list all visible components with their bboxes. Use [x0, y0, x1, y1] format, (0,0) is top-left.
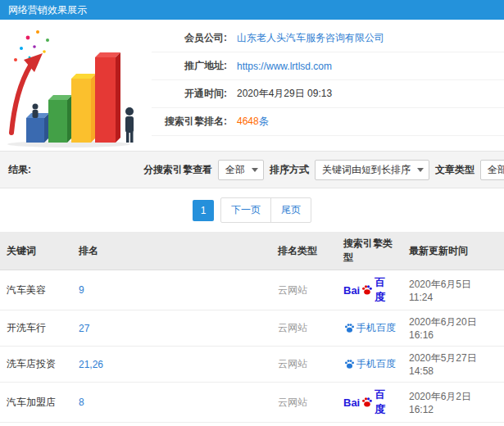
table-row: 汽车美容 9 云网站 Bai 百度 — [0, 270, 504, 310]
engine-filter-value: 全部 — [225, 163, 245, 177]
type-filter-label: 文章类型 — [435, 163, 474, 177]
next-page-link[interactable]: 下一页 — [221, 198, 270, 222]
column-header-keyword: 关键词 — [0, 232, 72, 270]
update-time-cell: 2020年6月20日 16:16 — [402, 310, 504, 347]
mobile-baidu-paw-icon — [344, 323, 355, 333]
rank-type-cell: 云网站 — [271, 383, 337, 423]
keyword-cell: 开洗车行 — [0, 310, 72, 347]
keyword-text: 洗车店投资 — [7, 358, 56, 369]
rank-link[interactable]: 8 — [79, 397, 84, 408]
update-time-text: 2020年6月20日 16:16 — [409, 316, 477, 341]
company-link[interactable]: 山东老人头汽车服务咨询有限公司 — [237, 32, 384, 43]
results-label: 结果: — [0, 163, 143, 177]
page-current[interactable]: 1 — [193, 200, 214, 221]
url-field-label: 推广地址: — [152, 59, 227, 73]
rank-link[interactable]: 21,26 — [79, 359, 103, 370]
keyword-cell: 洗车店投资 — [0, 347, 72, 383]
promotion-url-link[interactable]: https://www.lrtlsd.com — [237, 61, 332, 72]
keyword-text: 开洗车行 — [7, 322, 46, 333]
engine-filter-select[interactable]: 全部 — [218, 160, 264, 180]
keyword-cell: 汽车加盟店 — [0, 383, 72, 423]
sort-filter-value: 关键词由短到长排序 — [322, 163, 411, 177]
chevron-down-icon — [252, 168, 258, 172]
engine-cell: Bai 百度 手机百度 — [337, 270, 402, 310]
chevron-down-icon — [417, 168, 424, 172]
url-field-row: 推广地址: https://www.lrtlsd.com — [152, 52, 504, 80]
column-header-rank: 排名 — [72, 232, 271, 270]
rank-cell: 9 — [72, 270, 271, 310]
rank-type-text: 云网站 — [278, 284, 307, 296]
table-row: 洗车店投资 21,26 云网站 Bai 百度 — [0, 347, 504, 383]
update-time-text: 2020年6月2日 16:12 — [409, 391, 471, 415]
update-time-cell: 2020年6月2日 16:12 — [402, 383, 504, 423]
rank-type-text: 云网站 — [278, 397, 307, 408]
open-time-field-row: 开通时间: 2020年4月29日 09:13 — [152, 80, 504, 108]
type-filter-select[interactable]: 全部 — [480, 160, 504, 180]
column-header-engine-type: 搜索引擎类型 — [337, 232, 402, 270]
keyword-cell: 加盟洗车店 — [0, 423, 72, 426]
keyword-cell: 汽车美容 — [0, 270, 72, 310]
update-time-cell: 2020年5月27日 14:58 — [402, 347, 504, 383]
keyword-text: 汽车美容 — [7, 284, 46, 296]
baidu-paw-icon — [361, 397, 373, 408]
engine-cell: Bai 百度 手机百度 — [337, 423, 402, 426]
ranking-count-suffix: 条 — [259, 116, 269, 127]
column-header-update-time: 最新更新时间 — [402, 232, 504, 270]
rank-type-cell: 云网站 — [271, 270, 337, 310]
rank-type-cell: 云网站 — [271, 347, 337, 383]
update-time-text: 2020年5月27日 14:58 — [409, 352, 477, 377]
ranking-count: 4648 — [237, 116, 259, 127]
engine-cell: Bai 百度 手机百度 — [337, 347, 402, 383]
mobile-baidu-paw-icon — [344, 359, 355, 369]
engine-filter-label: 分搜索引擎查看 — [143, 163, 212, 177]
type-filter-value: 全部 — [488, 163, 504, 177]
rank-type-text: 云网站 — [278, 358, 307, 369]
engine-rank-field-row: 搜索引擎排名: 4648条 — [152, 108, 504, 136]
update-time-cell: 2020年6月20日 16:11 — [402, 423, 504, 426]
table-header-row: 关键词 排名 排名类型 搜索引擎类型 最新更新时间 — [0, 232, 504, 270]
results-table: 关键词 排名 排名类型 搜索引擎类型 最新更新时间 汽车美容 9 云网站 Bai… — [0, 232, 504, 426]
table-row: 开洗车行 27 云网站 Bai 百度 — [0, 310, 504, 347]
baidu-logo: Bai 百度 — [343, 387, 396, 417]
rank-cell: 8 — [72, 383, 271, 423]
filter-bar: 结果: 分搜索引擎查看 全部 排序方式 关键词由短到长排序 文章类型 全部 提交 — [0, 151, 504, 188]
rank-cell: 27 — [72, 310, 271, 347]
sort-filter-label: 排序方式 — [270, 163, 309, 177]
company-field-row: 会员公司: 山东老人头汽车服务咨询有限公司 — [152, 25, 504, 52]
rank-cell: 25,28,28 — [72, 423, 271, 426]
company-info-panel: 会员公司: 山东老人头汽车服务咨询有限公司 推广地址: https://www.… — [0, 20, 504, 151]
rank-link[interactable]: 9 — [79, 284, 84, 296]
header-bar: 网络营销效果展示 — [0, 0, 504, 20]
update-time-text: 2020年6月5日 11:24 — [409, 279, 471, 303]
column-header-rank-type: 排名类型 — [271, 232, 337, 270]
mobile-baidu-logo: 手机百度 — [343, 321, 396, 335]
open-time-value: 2020年4月29日 09:13 — [237, 87, 332, 101]
baidu-logo: Bai 百度 — [343, 275, 396, 305]
mobile-baidu-logo: 手机百度 — [343, 357, 396, 371]
pagination: 1 下一页 尾页 — [0, 197, 504, 223]
sort-filter-select[interactable]: 关键词由短到长排序 — [315, 160, 429, 180]
rank-cell: 21,26 — [72, 347, 271, 383]
rank-type-cell: 云网站 — [271, 310, 337, 347]
open-time-field-label: 开通时间: — [152, 87, 227, 101]
page-title: 网络营销效果展示 — [8, 4, 87, 16]
growth-chart-icon — [3, 25, 138, 147]
engine-cell: Bai 百度 手机百度 — [337, 310, 402, 347]
table-row: 汽车加盟店 8 云网站 Bai 百度 — [0, 383, 504, 423]
rank-type-text: 云网站 — [278, 322, 307, 333]
pagination-group: 下一页 尾页 — [220, 197, 311, 223]
rank-type-cell: 云网站 — [271, 423, 337, 426]
company-field-label: 会员公司: — [152, 31, 227, 45]
baidu-paw-icon — [361, 284, 373, 296]
engine-rank-field-label: 搜索引擎排名: — [152, 115, 227, 129]
bar-chart-illustration — [3, 25, 138, 150]
update-time-cell: 2020年6月5日 11:24 — [402, 270, 504, 310]
engine-cell: Bai 百度 手机百度 — [337, 383, 402, 423]
table-row: 加盟洗车店 25,28,28 云网站 Bai 百度 — [0, 423, 504, 426]
last-page-link[interactable]: 尾页 — [270, 198, 311, 222]
rank-link[interactable]: 27 — [79, 323, 89, 334]
keyword-text: 汽车加盟店 — [7, 397, 56, 408]
